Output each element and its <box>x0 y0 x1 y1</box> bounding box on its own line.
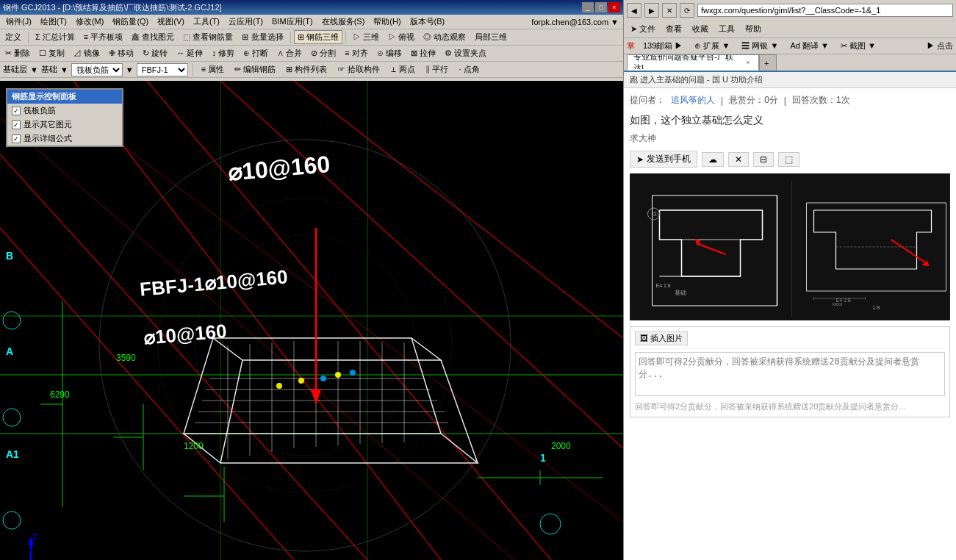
expand-qa-btn[interactable]: ⬚ <box>778 152 799 167</box>
layer-sep4 <box>193 64 193 76</box>
split-btn[interactable]: ⊘ 分割 <box>307 46 339 60</box>
two-points-btn[interactable]: ⊥ 两点 <box>387 62 419 76</box>
flat-plate-btn[interactable]: ≡ 平齐板项 <box>80 30 126 44</box>
copy-btn[interactable]: ☐ 复制 <box>35 46 68 60</box>
menu-item-help[interactable]: 帮助(H) <box>369 15 405 28</box>
screenshot-btn[interactable]: ✂ 截图 ▼ <box>837 39 880 53</box>
address-bar[interactable] <box>697 4 953 17</box>
batch-select-btn[interactable]: ⊞ 批量选择 <box>238 30 287 44</box>
menu-item-version[interactable]: 版本号(B) <box>406 15 450 28</box>
struct-list-btn[interactable]: ⊞ 构件列表 <box>282 62 331 76</box>
view-rebar-btn[interactable]: ⬚ 查看钢筋量 <box>179 30 237 44</box>
props-btn[interactable]: ≡ 属性 <box>198 62 228 76</box>
view-menu[interactable]: 查看 <box>662 22 686 36</box>
answer-area: 🖼 插入图片 回答即可得2分贡献分，回答被采纳获得系统赠送20贡献分及提问者悬赏… <box>630 326 950 417</box>
layer-sep2: ▼ <box>60 65 68 74</box>
menu-item-jianjian[interactable]: 钢件(J) <box>1 15 36 28</box>
svg-text:基础: 基础 <box>675 290 686 296</box>
menu-item-online[interactable]: 在线服务(S) <box>317 15 370 28</box>
tab-new-label: + <box>764 59 769 68</box>
tab-qa-platform[interactable]: 专业造价问题答疑平台-厂联达| × <box>627 54 759 71</box>
grip-btn[interactable]: ⚙ 设置夹点 <box>441 46 490 60</box>
3d-btn[interactable]: ▷ 三维 <box>349 30 383 44</box>
refresh-button[interactable]: ⟳ <box>680 3 694 18</box>
menu-item-bim[interactable]: BIM应用(T) <box>267 15 317 28</box>
browser-content[interactable]: 提问者： 追风筝的人 | 悬赏分：0分 | 回答次数：1次 如图，这个独立基础怎… <box>624 88 956 560</box>
rebar-panel-item-1[interactable]: ✓ 筏板负筋 <box>7 104 122 118</box>
rebar-3d-btn[interactable]: ⊞ 钢筋三维 <box>294 30 342 44</box>
maximize-button[interactable]: □ <box>595 2 607 12</box>
dim-3590: 3590 <box>116 353 136 363</box>
file-menu[interactable]: ➤ 文件 <box>627 22 659 36</box>
extend-btn[interactable]: ↔ 延伸 <box>173 46 206 60</box>
dot-angle-btn[interactable]: · 点角 <box>455 62 483 76</box>
tab-close-btn[interactable]: × <box>744 58 752 67</box>
send-to-phone-btn[interactable]: ➤ 发送到手机 <box>630 151 697 168</box>
menu-item-view[interactable]: 视图(V) <box>153 15 189 28</box>
rebar-item-label-3: 显示详细公式 <box>24 133 72 144</box>
cad-viewport[interactable]: Z X 钢筋显示控制面板 ✓ 筏板负筋 ✓ 显示其它图元 ✓ 显示详细公式 B … <box>0 81 623 560</box>
svg-line-21 <box>441 360 478 463</box>
svg-line-1 <box>147 81 551 560</box>
close-qa-btn[interactable]: ✕ <box>728 152 749 167</box>
rebar-panel-item-3[interactable]: ✓ 显示详细公式 <box>7 132 122 146</box>
email-139-btn[interactable]: 139邮箱 ▶ <box>639 39 686 53</box>
merge-btn[interactable]: ∧ 合并 <box>273 46 306 60</box>
checkbox-formula[interactable]: ✓ <box>12 134 21 143</box>
define-btn[interactable]: 定义 <box>1 30 25 44</box>
rebar-annotation-phi: ⌀10@160 <box>143 320 228 350</box>
answer-toolbar: 🖼 插入图片 <box>635 331 945 349</box>
tab-new[interactable]: + <box>759 54 777 71</box>
tools-menu[interactable]: 工具 <box>715 22 738 36</box>
user-email[interactable]: forpk.chen@163.com ▼ <box>531 18 622 26</box>
offset-btn[interactable]: ⊙ 编移 <box>373 46 406 60</box>
menu-item-cloud[interactable]: 云应用(T) <box>224 15 267 28</box>
help-menu[interactable]: 帮助 <box>741 22 765 36</box>
qa-header: 提问者： 追风筝的人 | 悬赏分：0分 | 回答次数：1次 <box>630 94 950 107</box>
move-btn[interactable]: ✙ 移动 <box>105 46 137 60</box>
svg-text:E4 1:8: E4 1:8 <box>656 283 671 288</box>
favorites-menu[interactable]: 收藏 <box>689 22 712 36</box>
rebar-type-select[interactable]: 筏板负筋 <box>71 63 123 76</box>
find-element-btn[interactable]: 鑫 查找图元 <box>128 30 178 44</box>
summary-calc-btn[interactable]: Σ 汇总计算 <box>32 30 79 44</box>
local-3d-btn[interactable]: 局部三维 <box>471 30 511 44</box>
banking-btn[interactable]: ☰ 网银 ▼ <box>738 39 782 53</box>
stretch-btn[interactable]: ⊠ 拉伸 <box>407 46 439 60</box>
top-view-btn[interactable]: ▷ 俯视 <box>384 30 418 44</box>
checkbox-other-elements[interactable]: ✓ <box>12 121 21 129</box>
checkbox-rebar[interactable]: ✓ <box>12 107 21 115</box>
translate-btn[interactable]: Ad 翻译 ▼ <box>786 39 832 53</box>
delete-btn[interactable]: ✂ 删除 <box>1 46 34 60</box>
svg-point-51 <box>3 312 21 329</box>
close-button[interactable]: × <box>608 2 620 12</box>
rotate-btn[interactable]: ↻ 旋转 <box>139 46 171 60</box>
back-button[interactable]: ◀ <box>627 3 641 18</box>
menu-item-tools[interactable]: 工具(T) <box>189 15 224 28</box>
menu-item-rebar-qty[interactable]: 钢筋量(Q) <box>108 15 153 28</box>
rebar-panel-item-2[interactable]: ✓ 显示其它图元 <box>7 118 122 132</box>
expand-btn[interactable]: ⊕ 扩展 ▼ <box>691 39 733 53</box>
sep3 <box>345 32 346 43</box>
forward-button[interactable]: ▶ <box>644 3 659 18</box>
minimize-qa-btn[interactable]: ⊟ <box>753 152 774 167</box>
insert-image-btn[interactable]: 🖼 插入图片 <box>635 331 688 345</box>
cloud-btn[interactable]: ☁ <box>702 152 724 167</box>
dynamic-observe-btn[interactable]: ◎ 动态观察 <box>420 30 470 44</box>
menu-item-draw[interactable]: 绘图(T) <box>36 15 71 28</box>
edit-rebar-btn[interactable]: ✏ 编辑钢筋 <box>231 62 279 76</box>
element-select[interactable]: FBFJ-1 <box>137 63 188 76</box>
menu-item-modify[interactable]: 修改(M) <box>71 15 109 28</box>
expand-qa-icon: ⬚ <box>785 154 793 165</box>
qa-image-area: ① 基础 E4 1:8 <box>630 173 950 320</box>
mirror-btn[interactable]: ⊿ 镜像 <box>70 46 104 60</box>
pick-btn[interactable]: ☞ 拾取构件 <box>334 62 384 76</box>
stop-button[interactable]: ✕ <box>662 3 677 18</box>
trim-btn[interactable]: ↕ 修剪 <box>208 46 238 60</box>
break-btn[interactable]: ⊕ 打断 <box>240 46 272 60</box>
minimize-button[interactable]: _ <box>582 2 594 12</box>
parallel-btn[interactable]: ∥ 平行 <box>422 62 452 76</box>
svg-point-40 <box>350 370 356 376</box>
align-btn[interactable]: ≡ 对齐 <box>341 46 371 60</box>
answer-input-field[interactable] <box>635 352 945 396</box>
